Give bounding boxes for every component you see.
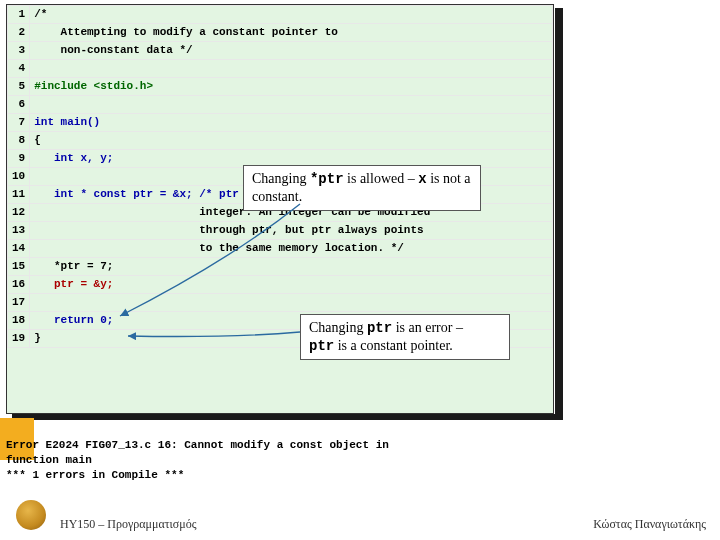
logo-icon	[16, 500, 46, 530]
line-number: 8	[8, 132, 30, 150]
c2-t3: is a constant pointer.	[334, 338, 453, 353]
line-number: 1	[8, 6, 30, 24]
code-line: 1/*	[8, 6, 553, 24]
code-cell: through ptr, but ptr always points	[30, 222, 553, 240]
code-cell	[30, 96, 553, 114]
c1-code2: x	[418, 171, 426, 187]
code-shadow-bottom	[12, 414, 563, 420]
line-number: 19	[8, 330, 30, 348]
code-line: 15 *ptr = 7;	[8, 258, 553, 276]
code-cell: to the same memory location. */	[30, 240, 553, 258]
line-number: 16	[8, 276, 30, 294]
code-cell: non-constant data */	[30, 42, 553, 60]
c1-t1: Changing	[252, 171, 310, 186]
callout-change-star-ptr: Changing *ptr is allowed – x is not a co…	[243, 165, 481, 211]
line-number: 14	[8, 240, 30, 258]
line-number: 4	[8, 60, 30, 78]
callout-change-ptr: Changing ptr is an error – ptr is a cons…	[300, 314, 510, 360]
code-cell: #include <stdio.h>	[30, 78, 553, 96]
code-line: 8{	[8, 132, 553, 150]
err-l2: function main	[6, 454, 92, 466]
code-shadow-right	[555, 8, 563, 416]
code-cell	[30, 294, 553, 312]
code-cell: Attempting to modify a constant pointer …	[30, 24, 553, 42]
code-cell: /*	[30, 6, 553, 24]
code-cell: int main()	[30, 114, 553, 132]
code-line: 7int main()	[8, 114, 553, 132]
err-l1: Error E2024 FIG07_13.c 16: Cannot modify…	[6, 439, 389, 451]
slide: 1/*2 Attempting to modify a constant poi…	[0, 0, 720, 540]
code-line: 17	[8, 294, 553, 312]
code-line: 3 non-constant data */	[8, 42, 553, 60]
code-cell: *ptr = 7;	[30, 258, 553, 276]
code-line: 2 Attempting to modify a constant pointe…	[8, 24, 553, 42]
c2-code1: ptr	[367, 320, 392, 336]
code-cell: {	[30, 132, 553, 150]
c2-t1: Changing	[309, 320, 367, 335]
code-line: 6	[8, 96, 553, 114]
line-number: 18	[8, 312, 30, 330]
c1-code1: *ptr	[310, 171, 344, 187]
c1-t2: is allowed –	[344, 171, 419, 186]
line-number: 6	[8, 96, 30, 114]
err-l3: *** 1 errors in Compile ***	[6, 469, 184, 481]
footer-author: Κώστας Παναγιωτάκης	[593, 517, 706, 532]
footer-course: ΗΥ150 – Προγραμματισμός	[60, 517, 196, 532]
line-number: 13	[8, 222, 30, 240]
line-number: 17	[8, 294, 30, 312]
line-number: 7	[8, 114, 30, 132]
line-number: 12	[8, 204, 30, 222]
line-number: 9	[8, 150, 30, 168]
compiler-error: Error E2024 FIG07_13.c 16: Cannot modify…	[6, 438, 389, 483]
code-cell	[30, 60, 553, 78]
code-line: 16 ptr = &y;	[8, 276, 553, 294]
line-number: 15	[8, 258, 30, 276]
line-number: 11	[8, 186, 30, 204]
line-number: 10	[8, 168, 30, 186]
code-line: 13 through ptr, but ptr always points	[8, 222, 553, 240]
c2-t2: is an error –	[392, 320, 463, 335]
line-number: 2	[8, 24, 30, 42]
code-line: 5#include <stdio.h>	[8, 78, 553, 96]
line-number: 5	[8, 78, 30, 96]
code-line: 14 to the same memory location. */	[8, 240, 553, 258]
c2-code2: ptr	[309, 338, 334, 354]
code-line: 4	[8, 60, 553, 78]
line-number: 3	[8, 42, 30, 60]
code-cell: ptr = &y;	[30, 276, 553, 294]
